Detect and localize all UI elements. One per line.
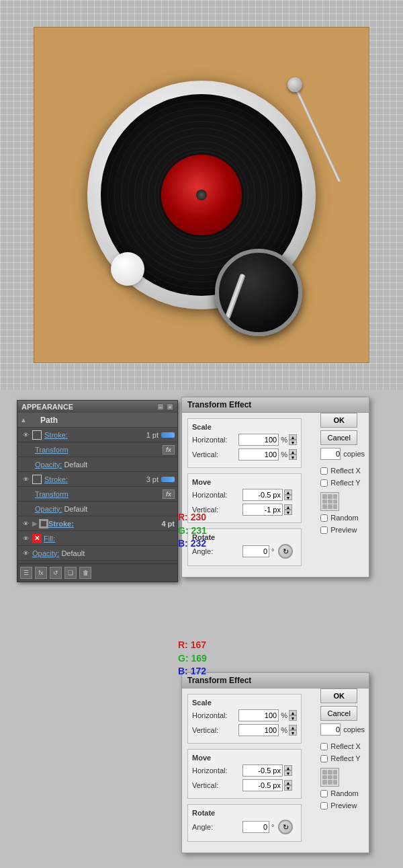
stepper-down[interactable]: ▼ xyxy=(284,495,292,500)
reflect-x-1-checkbox[interactable] xyxy=(320,467,328,475)
reflect-y-1-checkbox[interactable] xyxy=(320,479,328,487)
copies2-input[interactable] xyxy=(320,723,341,736)
move-h-input-2[interactable] xyxy=(242,764,283,777)
rgb-label-1: R: 230 G: 231 B: 232 xyxy=(178,511,207,551)
stroke2-slider[interactable] xyxy=(161,477,175,482)
rotate-circle-1[interactable]: ↻ xyxy=(278,544,293,559)
delete-icon[interactable]: fx xyxy=(35,567,47,579)
rotate-row-1: Angle: ° ↻ xyxy=(192,544,297,559)
dialog2-ok-btn[interactable]: OK xyxy=(320,688,357,703)
preview-1-row: Preview xyxy=(320,526,365,534)
move-h-stepper-1[interactable]: ▲ ▼ xyxy=(284,489,292,500)
opacity-main-link[interactable]: Opacity: xyxy=(32,549,59,557)
angle-input-2[interactable] xyxy=(242,821,269,833)
dialog1-buttons: OK Cancel copies Reflect X Reflect Y xyxy=(320,413,365,535)
stepper-down[interactable]: ▼ xyxy=(289,715,297,721)
stepper-up[interactable]: ▲ xyxy=(289,710,297,715)
stroke1-swatch[interactable] xyxy=(32,430,42,440)
stepper-down[interactable]: ▼ xyxy=(289,440,297,445)
stroke1-slider[interactable] xyxy=(161,432,175,438)
stepper-down[interactable]: ▼ xyxy=(289,730,297,736)
move-v-input-1[interactable] xyxy=(242,504,283,516)
random-1-checkbox[interactable] xyxy=(320,514,328,522)
expand-arrow[interactable]: ▶ xyxy=(32,520,38,527)
trash-icon[interactable]: 🗑 xyxy=(79,567,91,579)
eye-icon-5[interactable]: 👁 xyxy=(20,549,31,557)
move-v-row-1: Vertical: ▲ ▼ xyxy=(192,504,297,516)
reset-icon[interactable]: ↺ xyxy=(50,567,62,579)
rotate-circle-2[interactable]: ↻ xyxy=(278,820,293,834)
dialog2-title: Transform Effect xyxy=(182,673,369,688)
tonearm-pivot xyxy=(287,77,302,92)
fill-swatch[interactable]: ✕ xyxy=(32,534,42,543)
stepper-up[interactable]: ▲ xyxy=(284,780,292,785)
opacity1-row: Opacity: Default xyxy=(17,457,177,472)
dialog2-cancel-btn[interactable]: Cancel xyxy=(320,706,357,721)
stroke2-link[interactable]: Stroke: xyxy=(44,475,68,483)
reflect-x-2-checkbox[interactable] xyxy=(320,743,328,750)
path-row: ▲ Path xyxy=(17,413,177,428)
fill-link[interactable]: Fill: xyxy=(44,535,55,543)
stepper-up[interactable]: ▲ xyxy=(284,504,292,510)
move-h-input-1[interactable] xyxy=(242,489,283,501)
eye-icon-1[interactable]: 👁 xyxy=(20,431,31,439)
copies1-label: copies xyxy=(343,450,365,458)
transform-dialog-2: Transform Effect OK Cancel copies Reflec… xyxy=(181,672,369,853)
reflect-y-2-checkbox[interactable] xyxy=(320,755,328,762)
copies1-input[interactable] xyxy=(320,448,341,460)
stroke2-swatch[interactable] xyxy=(32,475,42,484)
move-h-stepper-2[interactable]: ▲ ▼ xyxy=(284,765,292,776)
preview-2-checkbox[interactable] xyxy=(320,802,328,810)
stepper-down[interactable]: ▼ xyxy=(289,455,297,460)
scale-v-input-1[interactable] xyxy=(238,448,279,461)
transform1-link[interactable]: Transform xyxy=(35,446,69,454)
eye-icon-2[interactable]: 👁 xyxy=(20,475,31,483)
transform2-link[interactable]: Transform xyxy=(35,490,69,498)
grid-icon-2[interactable] xyxy=(320,768,339,787)
stepper-up[interactable]: ▲ xyxy=(289,449,297,455)
opacity2-link[interactable]: Opacity: xyxy=(35,505,62,513)
stroke1-link[interactable]: Stroke: xyxy=(44,431,68,439)
stepper-up[interactable]: ▲ xyxy=(289,434,297,440)
stroke3-link[interactable]: Stroke: xyxy=(48,520,74,528)
stepper-down[interactable]: ▼ xyxy=(284,510,292,515)
dialog1-cancel-btn[interactable]: Cancel xyxy=(320,430,357,445)
scale-h-input-2[interactable] xyxy=(238,709,279,721)
scale-v-stepper-2[interactable]: ▲ ▼ xyxy=(289,725,297,736)
new-item-icon[interactable]: ☰ xyxy=(20,567,32,579)
dialog1-ok-btn[interactable]: OK xyxy=(320,413,357,428)
opacity2-row: Opacity: Default xyxy=(17,502,177,516)
opacity1-label: Opacity: Default xyxy=(35,461,175,469)
scale-h-input-1[interactable] xyxy=(238,434,279,446)
stroke3-swatch[interactable] xyxy=(39,519,48,528)
scale-v-stepper-1[interactable]: ▲ ▼ xyxy=(289,449,297,460)
angle-label-2: Angle: xyxy=(192,823,242,831)
move-v-stepper-1[interactable]: ▲ ▼ xyxy=(284,504,292,515)
fx-btn-1[interactable]: fx xyxy=(163,445,175,455)
scale-h-unit-2: % xyxy=(281,711,287,719)
stepper-up[interactable]: ▲ xyxy=(289,725,297,730)
random-2-checkbox[interactable] xyxy=(320,790,328,797)
grid-icon-1[interactable] xyxy=(320,492,339,511)
minimize-btn[interactable]: – xyxy=(157,403,164,410)
preview-1-checkbox[interactable] xyxy=(320,526,328,534)
scale-h-stepper-2[interactable]: ▲ ▼ xyxy=(289,710,297,721)
angle-input-1[interactable] xyxy=(242,545,269,557)
scale-h-stepper-1[interactable]: ▲ ▼ xyxy=(289,434,297,445)
move-v-input-2[interactable] xyxy=(242,779,283,791)
stepper-down[interactable]: ▼ xyxy=(284,785,292,791)
eye-icon-4[interactable]: 👁 xyxy=(20,535,31,543)
close-btn[interactable]: × xyxy=(167,403,173,410)
move-v-stepper-2[interactable]: ▲ ▼ xyxy=(284,780,292,791)
duplicate-icon[interactable]: ❑ xyxy=(64,567,77,579)
scale-v-input-2[interactable] xyxy=(238,724,279,736)
reflect-x-2-label: Reflect X xyxy=(330,742,361,750)
eye-icon-3[interactable]: 👁 xyxy=(20,520,31,528)
stepper-down[interactable]: ▼ xyxy=(284,771,292,776)
fx-btn-2[interactable]: fx xyxy=(163,489,175,499)
stepper-up[interactable]: ▲ xyxy=(284,765,292,771)
opacity1-link[interactable]: Opacity: xyxy=(35,461,62,469)
stepper-up[interactable]: ▲ xyxy=(284,489,292,495)
rotate-section-2: Rotate Angle: ° ↻ xyxy=(187,804,302,842)
scale-title-2: Scale xyxy=(192,699,297,707)
